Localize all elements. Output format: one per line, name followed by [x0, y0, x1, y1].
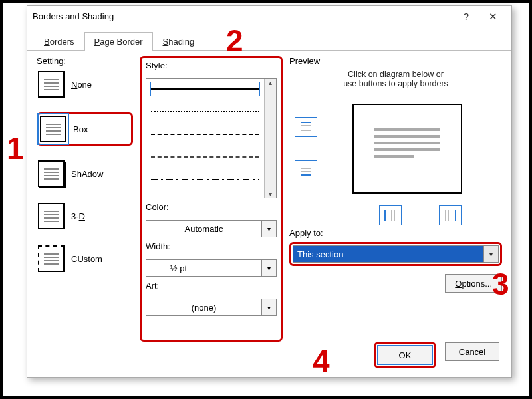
apply-to-label: Apply to:	[289, 228, 502, 238]
style-column: Style: ▴ ▾ Color: Aut	[140, 56, 283, 342]
tab-borders-ul: B	[44, 37, 50, 47]
svg-rect-10	[391, 210, 392, 221]
scroll-down-icon[interactable]: ▾	[269, 190, 272, 198]
chevron-down-icon[interactable]: ▾	[261, 260, 276, 276]
setting-box[interactable]: Box	[37, 112, 133, 146]
svg-rect-14	[452, 210, 452, 221]
art-value: (none)	[146, 303, 261, 313]
width-value: ½ pt	[146, 263, 261, 273]
dialog-footer: OK Cancel	[374, 342, 499, 368]
style-scrollbar[interactable]: ▴ ▾	[264, 79, 276, 198]
tab-bar: Borders Page Border Shading	[27, 27, 511, 51]
scroll-up-icon[interactable]: ▴	[269, 79, 272, 86]
custom-icon	[38, 245, 65, 272]
style-dash-small[interactable]	[150, 150, 260, 164]
color-combo[interactable]: Automatic ▾	[146, 220, 277, 237]
tab-page-border[interactable]: Page Border	[84, 32, 153, 51]
art-label: Art:	[146, 281, 277, 291]
page-preview-icon[interactable]	[352, 104, 462, 194]
svg-rect-8	[384, 210, 386, 221]
svg-rect-12	[445, 210, 446, 221]
preview-hint: Click on diagram below oruse buttons to …	[289, 70, 502, 88]
preview-label: Preview	[289, 56, 320, 66]
style-listbox[interactable]: ▴ ▾	[146, 78, 277, 198]
ok-button[interactable]: OK	[378, 346, 432, 364]
art-combo[interactable]: (none) ▾	[146, 299, 277, 316]
border-left-button[interactable]	[379, 205, 402, 225]
tab-pageborder-ul: P	[94, 37, 100, 47]
svg-rect-1	[301, 125, 311, 126]
width-label: Width:	[146, 241, 277, 251]
cancel-button[interactable]: Cancel	[445, 342, 499, 361]
preview-diagram	[289, 100, 502, 220]
color-label: Color:	[146, 202, 277, 212]
svg-rect-4	[301, 166, 311, 166]
window-title: Borders and Shading	[33, 11, 453, 21]
titlebar[interactable]: Borders and Shading ? ✕	[27, 6, 511, 27]
options-button[interactable]: Options...	[445, 274, 502, 293]
shadow-icon	[38, 160, 65, 187]
svg-rect-3	[301, 130, 311, 131]
svg-rect-2	[301, 128, 311, 128]
close-button[interactable]: ✕	[479, 7, 506, 26]
setting-3d[interactable]: 3-D	[37, 201, 133, 231]
style-dash[interactable]	[150, 127, 260, 142]
tab-borders[interactable]: Borders	[34, 32, 84, 51]
setting-label: Setting:	[37, 56, 133, 66]
svg-rect-5	[301, 168, 311, 169]
chevron-down-icon[interactable]: ▾	[261, 221, 276, 237]
border-bottom-button[interactable]	[295, 160, 317, 180]
svg-rect-15	[455, 210, 456, 221]
style-dotted[interactable]	[150, 104, 260, 119]
setting-custom[interactable]: CUstom	[37, 244, 133, 273]
borders-shading-dialog: Borders and Shading ? ✕ Borders Page Bor…	[27, 5, 512, 378]
style-solid[interactable]	[150, 82, 260, 96]
style-dashdot[interactable]	[150, 172, 260, 187]
none-icon	[38, 71, 65, 98]
setting-column: Setting: None Box ShAdow	[37, 56, 133, 342]
svg-rect-9	[388, 210, 388, 221]
svg-rect-0	[301, 122, 311, 123]
svg-rect-6	[301, 171, 311, 172]
chevron-down-icon[interactable]: ▾	[261, 299, 276, 315]
svg-rect-13	[448, 210, 449, 221]
svg-rect-11	[394, 210, 395, 221]
chevron-down-icon[interactable]: ▾	[483, 246, 498, 262]
tab-shading-ul: S	[163, 37, 169, 47]
tab-shading[interactable]: Shading	[153, 32, 205, 51]
border-right-button[interactable]	[439, 205, 462, 225]
style-label: Style:	[146, 61, 277, 70]
setting-box-label: Box	[73, 124, 88, 134]
border-top-button[interactable]	[295, 117, 317, 137]
box-icon	[40, 116, 66, 142]
color-value: Automatic	[146, 224, 261, 234]
help-button[interactable]: ?	[453, 7, 479, 26]
svg-rect-7	[301, 174, 311, 176]
setting-none[interactable]: None	[37, 70, 133, 99]
apply-to-combo[interactable]: This section ▾	[293, 245, 499, 263]
width-combo[interactable]: ½ pt ▾	[146, 259, 277, 277]
apply-to-value: This section	[293, 249, 483, 259]
threed-icon	[38, 203, 65, 229]
preview-column: Preview Click on diagram below oruse but…	[289, 56, 502, 342]
setting-shadow[interactable]: ShAdow	[37, 159, 133, 188]
